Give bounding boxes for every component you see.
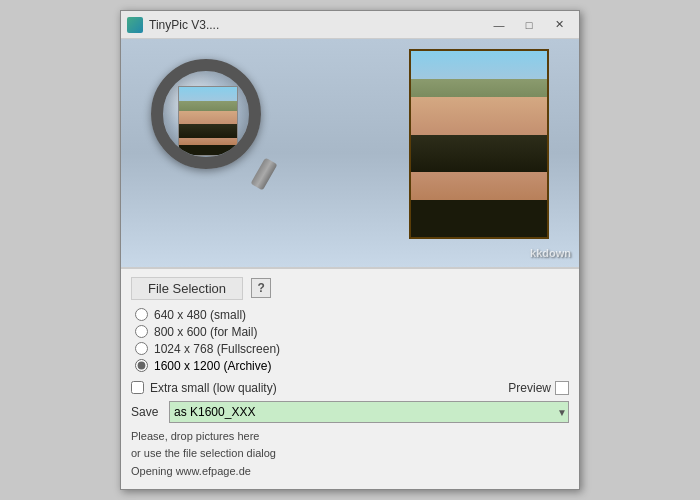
titlebar: TinyPic V3.... — □ ✕ (121, 11, 579, 39)
resolution-label-1: 640 x 480 (small) (154, 308, 246, 322)
extra-small-option[interactable]: Extra small (low quality) (131, 381, 277, 395)
status-area: Please, drop pictures here or use the fi… (131, 429, 569, 479)
resolution-radio-1[interactable] (135, 308, 148, 321)
save-select[interactable]: as K1600_XXX as K800_XXX as K640_XXX (169, 401, 569, 423)
magnifier-graphic (151, 59, 281, 189)
bottom-panel: File Selection ? 640 x 480 (small) 800 x… (121, 267, 579, 489)
help-button[interactable]: ? (251, 278, 271, 298)
preview-area: Preview (508, 381, 569, 395)
monalisa-front-face (409, 49, 549, 239)
status-line-3: Opening www.efpage.de (131, 464, 569, 479)
monalisa-image (411, 51, 547, 237)
monalisa-box (389, 49, 549, 249)
resolution-label-4: 1600 x 1200 (Archive) (154, 359, 271, 373)
magnifier-preview-image (178, 86, 238, 156)
save-label: Save (131, 405, 163, 419)
resolution-label-3: 1024 x 768 (Fullscreen) (154, 342, 280, 356)
minimize-button[interactable]: — (485, 15, 513, 35)
resolution-option-4[interactable]: 1600 x 1200 (Archive) (135, 359, 569, 373)
resolution-options: 640 x 480 (small) 800 x 600 (for Mail) 1… (131, 308, 569, 373)
resolution-option-1[interactable]: 640 x 480 (small) (135, 308, 569, 322)
resolution-label-2: 800 x 600 (for Mail) (154, 325, 257, 339)
resolution-radio-2[interactable] (135, 325, 148, 338)
resolution-option-3[interactable]: 1024 x 768 (Fullscreen) (135, 342, 569, 356)
resolution-radio-3[interactable] (135, 342, 148, 355)
titlebar-controls: — □ ✕ (485, 15, 573, 35)
resolution-radio-4[interactable] (135, 359, 148, 372)
save-select-wrapper: as K1600_XXX as K800_XXX as K640_XXX ▼ (169, 401, 569, 423)
main-window: TinyPic V3.... — □ ✕ kkdown File Sele (120, 10, 580, 490)
extra-small-label: Extra small (low quality) (150, 381, 277, 395)
maximize-button[interactable]: □ (515, 15, 543, 35)
status-line-2: or use the file selection dialog (131, 446, 569, 461)
resolution-option-2[interactable]: 800 x 600 (for Mail) (135, 325, 569, 339)
preview-label: Preview (508, 381, 551, 395)
app-icon (127, 17, 143, 33)
section-title: File Selection (131, 277, 243, 300)
options-row: Extra small (low quality) Preview (131, 381, 569, 395)
magnifier-handle (250, 158, 277, 191)
section-header: File Selection ? (131, 277, 569, 300)
image-area: kkdown (121, 39, 579, 267)
extra-small-checkbox[interactable] (131, 381, 144, 394)
save-row: Save as K1600_XXX as K800_XXX as K640_XX… (131, 401, 569, 423)
preview-checkbox[interactable] (555, 381, 569, 395)
window-title: TinyPic V3.... (149, 18, 485, 32)
close-button[interactable]: ✕ (545, 15, 573, 35)
magnifier-lens (151, 59, 261, 169)
status-line-1: Please, drop pictures here (131, 429, 569, 444)
